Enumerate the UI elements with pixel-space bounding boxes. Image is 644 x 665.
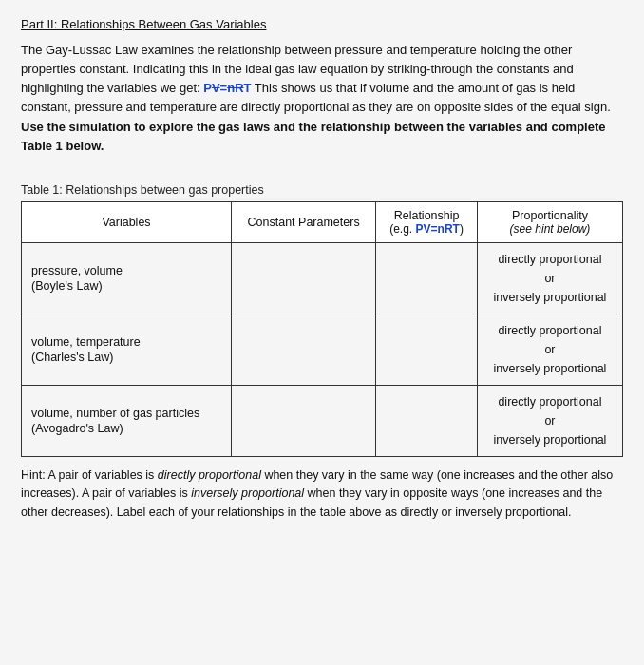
table-header-row: Variables Constant Parameters Relationsh…	[22, 201, 623, 242]
row3-law-label: (Avogadro's Law)	[31, 422, 223, 435]
row1-prop-line2: inversely proportional	[494, 291, 607, 304]
row3-constant-params	[232, 385, 376, 456]
hint-inversely: inversely proportional	[191, 486, 304, 500]
row2-constant-params	[232, 314, 376, 385]
intro-paragraph: The Gay-Lussac Law examines the relation…	[21, 41, 623, 156]
row2-prop-line2: inversely proportional	[494, 362, 607, 375]
table-row: pressure, volume (Boyle's Law) directly …	[22, 242, 623, 314]
row1-variable-main: pressure, volume	[31, 264, 223, 277]
V-var-strikethrough: V	[212, 81, 220, 95]
gas-table: Variables Constant Parameters Relationsh…	[21, 201, 623, 457]
row2-variable-main: volume, temperature	[31, 335, 223, 349]
row2-proportionality: directly proportional or inversely propo…	[477, 314, 622, 385]
header-proportionality-sub: (see hint below)	[510, 222, 591, 236]
row1-proportionality: directly proportional or inversely propo…	[477, 242, 622, 314]
hint-paragraph: Hint: A pair of variables is directly pr…	[21, 466, 623, 522]
row3-variable-main: volume, number of gas particles	[31, 407, 223, 420]
row2-prop-line1: directly proportional	[498, 324, 601, 337]
row2-variables: volume, temperature (Charles's Law)	[22, 314, 232, 385]
row1-prop-line1: directly proportional	[498, 253, 601, 266]
row1-law-label: (Boyle's Law)	[31, 279, 223, 293]
row3-prop-line2: inversely proportional	[494, 433, 607, 446]
row1-relationship	[376, 242, 478, 314]
row3-prop-line1: directly proportional	[498, 395, 601, 408]
equation-display: PV=nRT	[203, 81, 251, 95]
row3-prop-or: or	[544, 414, 555, 428]
bold-instruction: Use the simulation to explore the gas la…	[21, 120, 606, 153]
row3-proportionality: directly proportional or inversely propo…	[477, 385, 622, 456]
table-row: volume, temperature (Charles's Law) dire…	[22, 314, 623, 385]
row1-variables: pressure, volume (Boyle's Law)	[22, 242, 232, 314]
header-variables: Variables	[22, 201, 232, 242]
row2-relationship	[376, 314, 478, 385]
P-var: P	[203, 81, 212, 95]
hint-text-1: Hint: A pair of variables is	[21, 468, 158, 482]
table-row: volume, number of gas particles (Avogadr…	[22, 385, 623, 456]
header-relationship-sub: (e.g. PV=nRT)	[389, 222, 464, 236]
header-constant-params: Constant Parameters	[232, 201, 376, 242]
header-relationship: Relationship (e.g. PV=nRT)	[376, 201, 478, 242]
row1-prop-or: or	[544, 272, 555, 285]
R-var-strikethrough: R	[235, 81, 243, 95]
part-heading: Part II: Relationships Between Gas Varia…	[21, 17, 623, 31]
table-title: Table 1: Relationships between gas prope…	[21, 183, 623, 197]
row3-relationship	[376, 385, 478, 456]
header-proportionality: Proportionality (see hint below)	[477, 201, 622, 242]
row2-law-label: (Charles's Law)	[31, 351, 223, 364]
n-var-strikethrough: n	[227, 81, 235, 95]
hint-directly: directly proportional	[158, 468, 261, 482]
row2-prop-or: or	[544, 343, 555, 356]
row3-variables: volume, number of gas particles (Avogadr…	[22, 385, 232, 456]
row1-constant-params	[232, 242, 376, 314]
